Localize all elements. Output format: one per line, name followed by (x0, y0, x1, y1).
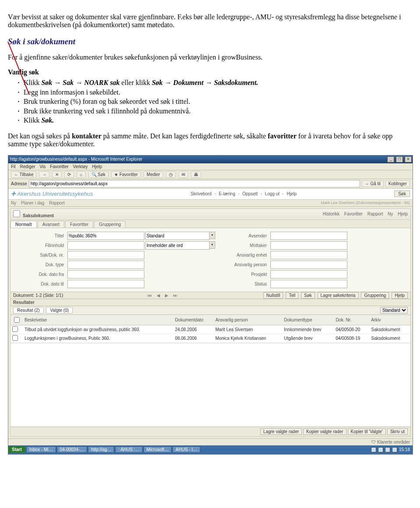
taskbar-item[interactable]: Microsoft… (144, 446, 172, 453)
btn-skriv-ut[interactable]: Skriv ut (387, 428, 408, 435)
menu-vis[interactable]: Vis (40, 164, 46, 169)
nav-loggut[interactable]: Logg ut (265, 191, 279, 196)
forward-button[interactable]: → (39, 171, 49, 178)
btn-kopier-valgte[interactable]: Kopier valgte rader (303, 428, 346, 435)
btn-tell[interactable]: Tell (286, 292, 298, 299)
menu-favoritter[interactable]: Favoritter (50, 164, 68, 169)
koblinger-button[interactable]: Koblinger (385, 180, 410, 187)
nav-elaring[interactable]: E-læring (219, 191, 235, 196)
input-sakdok[interactable] (67, 251, 144, 259)
minimize-icon[interactable]: _ (387, 156, 394, 162)
panel-link-hjelp[interactable]: Hjelp (398, 212, 408, 216)
tray-icon[interactable] (378, 447, 383, 452)
pager-last-icon[interactable]: ⏭ (172, 293, 179, 298)
pager-next-icon[interactable]: ▶ (163, 293, 170, 298)
app-search-button[interactable]: Søk (394, 190, 410, 197)
input-doktype[interactable] (67, 261, 144, 269)
panel-link-ny[interactable]: Ny (388, 212, 393, 216)
input-ansvenhet[interactable] (270, 251, 347, 259)
tray-icon[interactable] (392, 447, 397, 452)
system-tray[interactable]: 15:18 (371, 447, 413, 452)
col-doknr[interactable]: Dok. Nr. (334, 315, 369, 325)
btn-gruppering[interactable]: Gruppering (361, 292, 389, 299)
menu-rediger[interactable]: Rediger (20, 164, 35, 169)
btn-lagre-sokekriteria[interactable]: Lagre søkekriteria (318, 292, 359, 299)
input-prosjekt[interactable] (270, 270, 347, 279)
refresh-button[interactable]: ⟳ (64, 171, 74, 178)
results-tab-resultat[interactable]: Resultat (2) (13, 307, 44, 314)
results-view-select[interactable]: Standard (380, 307, 408, 314)
mail-button[interactable]: ✉ (178, 171, 188, 178)
nav-oppsett[interactable]: Oppsett (242, 191, 258, 196)
tab-normalt[interactable]: Normalt (10, 221, 37, 228)
input-avsender[interactable] (270, 232, 347, 240)
home-button[interactable]: ⌂ (77, 171, 85, 178)
history-button[interactable]: ◷ (166, 171, 176, 178)
nav-skrivebord[interactable]: Skrivebord (191, 191, 212, 196)
go-button[interactable]: → Gå til (362, 180, 384, 187)
media-button[interactable]: Medier (144, 171, 163, 178)
window-controls[interactable]: _ □ × (387, 156, 412, 162)
taskbar-item[interactable]: Inbox - Mi… (26, 446, 56, 453)
select-filinnhold-mode[interactable] (145, 241, 210, 250)
panel-link-rapport[interactable]: Rapport (368, 212, 383, 216)
start-button[interactable]: Start (8, 446, 25, 453)
col-arkiv[interactable]: Arkiv (369, 315, 410, 325)
subbar-planer[interactable]: Planer i dag (21, 201, 44, 205)
table-row[interactable]: Loggfunksjonen i growBusiness, Public 36… (10, 334, 410, 342)
taskbar-item[interactable]: 04-00034-… (57, 446, 88, 453)
pager-controls[interactable]: ⏮ ◀ ▶ ⏭ (146, 293, 179, 298)
panel-link-favoritter[interactable]: Favoritter (344, 212, 363, 216)
select-tittel-mode[interactable] (145, 232, 210, 240)
search-button[interactable]: 🔍 Søk (88, 171, 109, 178)
chevron-down-icon[interactable]: ▾ (210, 241, 215, 249)
tray-icon[interactable] (385, 447, 390, 452)
menu-fil[interactable]: Fil (11, 164, 16, 169)
taskbar-item[interactable]: http://ag… (88, 446, 114, 453)
menu-hjelp[interactable]: Hjelp (92, 164, 102, 169)
btn-lagre-valgte[interactable]: Lagre valgte rader (260, 428, 302, 435)
nav-hjelp[interactable]: Hjelp (287, 191, 297, 196)
tab-favoritter[interactable]: Favoritter (65, 221, 93, 228)
taskbar-item[interactable]: : AHUS :… (115, 446, 142, 453)
panel-link-historikk[interactable]: Historikk (323, 212, 340, 216)
select-all-checkbox[interactable] (14, 317, 20, 323)
pager-prev-icon[interactable]: ◀ (155, 293, 162, 298)
btn-hjelp[interactable]: Hjelp (392, 292, 408, 299)
row-checkbox[interactable] (12, 326, 18, 332)
tab-gruppering[interactable]: Gruppering (94, 221, 126, 228)
col-dokumenttype[interactable]: Dokumenttype (282, 315, 334, 325)
pager-first-icon[interactable]: ⏮ (146, 293, 154, 298)
input-status[interactable] (270, 280, 347, 288)
row-checkbox[interactable] (12, 335, 18, 341)
menu-verktoy[interactable]: Verktøy (73, 164, 88, 169)
col-dokumentdato[interactable]: Dokumentdato (173, 315, 214, 325)
input-mottaker[interactable] (270, 241, 347, 250)
input-datotil[interactable] (67, 280, 144, 288)
tray-icon[interactable] (371, 447, 376, 452)
maximize-icon[interactable]: □ (396, 156, 403, 162)
close-icon[interactable]: × (405, 156, 412, 162)
chevron-down-icon[interactable]: ▾ (210, 232, 215, 239)
btn-nullstill[interactable]: Nullstill (263, 292, 284, 299)
results-tab-valgte[interactable]: Valgte (0) (46, 307, 73, 314)
table-row[interactable]: Tilbud på utvidet loggfunksjon av growBu… (10, 325, 410, 334)
col-check[interactable] (10, 315, 23, 325)
favorites-button[interactable]: ★ Favoritter (111, 171, 141, 178)
subbar-ny[interactable]: Ny (11, 201, 16, 205)
input-filinnhold[interactable] (67, 241, 144, 250)
back-button[interactable]: ← Tilbake (11, 171, 36, 178)
tab-avansert[interactable]: Avansert (38, 221, 64, 228)
input-datofra[interactable] (67, 270, 144, 279)
print-button[interactable]: 🖶 (191, 171, 201, 178)
subbar-rapport[interactable]: Rapport (49, 201, 65, 205)
input-ansvperson[interactable] (270, 261, 347, 269)
col-beskrivelse[interactable]: Beskrivelse (23, 315, 173, 325)
ie-menubar[interactable]: Fil Rediger Vis Favoritter Verktøy Hjelp (8, 163, 413, 170)
btn-kopier-til-valgte[interactable]: Kopier til 'Valgte' (348, 428, 386, 435)
btn-sok[interactable]: Søk (301, 292, 315, 299)
col-ansvarlig-person[interactable]: Ansvarlig person (214, 315, 282, 325)
stop-button[interactable]: ✕ (52, 171, 62, 178)
address-input[interactable] (29, 180, 360, 187)
input-tittel[interactable] (67, 232, 144, 240)
